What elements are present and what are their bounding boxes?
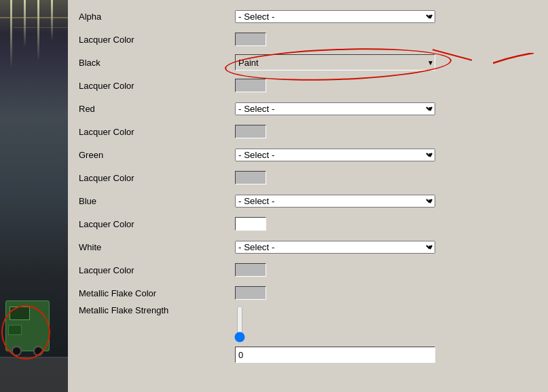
main-form: Alpha - Select - Paint Metallic ▼ Lacque… bbox=[68, 0, 548, 392]
metallic-flake-strength-slider[interactable] bbox=[235, 305, 244, 342]
lacquer-color-row-4: Lacquer Color bbox=[79, 167, 537, 189]
lacquer-color-row-1: Lacquer Color bbox=[79, 28, 537, 50]
green-row: Green - Select - Paint Metallic ▼ bbox=[79, 144, 537, 165]
white-label: White bbox=[79, 242, 235, 252]
lacquer-color-label-5: Lacquer Color bbox=[79, 219, 235, 229]
metallic-flake-color-label: Metallic Flake Color bbox=[79, 288, 235, 298]
beam-line-1 bbox=[0, 17, 68, 18]
lacquer-color-control-4 bbox=[235, 171, 537, 184]
lacquer-color-swatch-4[interactable] bbox=[235, 171, 266, 184]
lacquer-color-swatch-1[interactable] bbox=[235, 33, 266, 46]
alpha-control: - Select - Paint Metallic ▼ bbox=[235, 10, 537, 23]
metallic-flake-value-control bbox=[235, 347, 537, 363]
lacquer-color-label-1: Lacquer Color bbox=[79, 35, 235, 45]
red-label: Red bbox=[79, 104, 235, 114]
blue-label: Blue bbox=[79, 196, 235, 206]
lacquer-color-label-2: Lacquer Color bbox=[79, 81, 235, 91]
blue-control: - Select - Paint Metallic ▼ bbox=[235, 195, 537, 208]
white-select-wrapper: - Select - Paint Metallic ▼ bbox=[235, 241, 435, 254]
lacquer-color-row-2: Lacquer Color bbox=[79, 75, 537, 96]
lacquer-color-row-5: Lacquer Color bbox=[79, 213, 537, 235]
beam-line-2 bbox=[14, 27, 68, 28]
alpha-select[interactable]: - Select - Paint Metallic bbox=[235, 10, 435, 23]
lacquer-color-swatch-5[interactable] bbox=[235, 217, 266, 231]
green-label: Green bbox=[79, 150, 235, 160]
lacquer-color-swatch-6[interactable] bbox=[235, 263, 266, 277]
lacquer-color-label-3: Lacquer Color bbox=[79, 127, 235, 137]
green-select-wrapper: - Select - Paint Metallic ▼ bbox=[235, 149, 435, 161]
lacquer-color-swatch-3[interactable] bbox=[235, 125, 266, 138]
lacquer-color-swatch-2[interactable] bbox=[235, 79, 266, 92]
blue-select-wrapper: - Select - Paint Metallic ▼ bbox=[235, 195, 435, 208]
lacquer-color-control-6 bbox=[235, 263, 537, 277]
floor bbox=[0, 358, 68, 392]
green-control: - Select - Paint Metallic ▼ bbox=[235, 149, 537, 161]
lacquer-color-control-3 bbox=[235, 125, 537, 138]
red-row: Red - Select - Paint Metallic ▼ bbox=[79, 98, 537, 119]
metallic-flake-strength-row: Metallic Flake Strength bbox=[79, 305, 537, 342]
paint-annotation: Paint - Select - Metallic ▼ bbox=[235, 54, 435, 71]
metallic-flake-color-row: Metallic Flake Color bbox=[79, 282, 537, 304]
black-select-wrapper: Paint - Select - Metallic ▼ bbox=[235, 54, 435, 71]
alpha-label: Alpha bbox=[79, 12, 235, 22]
metallic-flake-value-row bbox=[79, 344, 537, 366]
lacquer-color-row-6: Lacquer Color bbox=[79, 259, 537, 281]
lacquer-color-control-2 bbox=[235, 79, 537, 92]
lacquer-color-row-3: Lacquer Color bbox=[79, 121, 537, 142]
alpha-select-wrapper: - Select - Paint Metallic ▼ bbox=[235, 10, 435, 23]
black-control: Paint - Select - Metallic ▼ bbox=[235, 54, 537, 71]
red-select[interactable]: - Select - Paint Metallic bbox=[235, 102, 435, 115]
alpha-row: Alpha - Select - Paint Metallic ▼ bbox=[79, 5, 537, 27]
lacquer-color-label-6: Lacquer Color bbox=[79, 265, 235, 275]
metallic-flake-strength-label: Metallic Flake Strength bbox=[79, 305, 235, 315]
lacquer-color-control-5 bbox=[235, 217, 537, 231]
blue-select[interactable]: - Select - Paint Metallic bbox=[235, 195, 435, 208]
blue-row: Blue - Select - Paint Metallic ▼ bbox=[79, 190, 537, 212]
red-select-wrapper: - Select - Paint Metallic ▼ bbox=[235, 102, 435, 115]
metallic-flake-strength-value-input[interactable] bbox=[235, 347, 435, 363]
metallic-flake-color-swatch[interactable] bbox=[235, 286, 266, 300]
white-select[interactable]: - Select - Paint Metallic bbox=[235, 241, 435, 254]
sidebar bbox=[0, 0, 68, 392]
black-label: Black bbox=[79, 58, 235, 68]
green-select[interactable]: - Select - Paint Metallic bbox=[235, 149, 435, 161]
black-select[interactable]: Paint - Select - Metallic bbox=[235, 54, 435, 71]
metallic-flake-color-control bbox=[235, 286, 537, 300]
lacquer-color-control-1 bbox=[235, 33, 537, 46]
white-row: White - Select - Paint Metallic ▼ bbox=[79, 236, 537, 258]
white-control: - Select - Paint Metallic ▼ bbox=[235, 241, 537, 254]
red-control: - Select - Paint Metallic ▼ bbox=[235, 102, 537, 115]
lacquer-color-label-4: Lacquer Color bbox=[79, 173, 235, 183]
metallic-flake-strength-control bbox=[235, 305, 537, 342]
black-row: Black Paint - Select - Metallic ▼ bbox=[79, 52, 537, 73]
